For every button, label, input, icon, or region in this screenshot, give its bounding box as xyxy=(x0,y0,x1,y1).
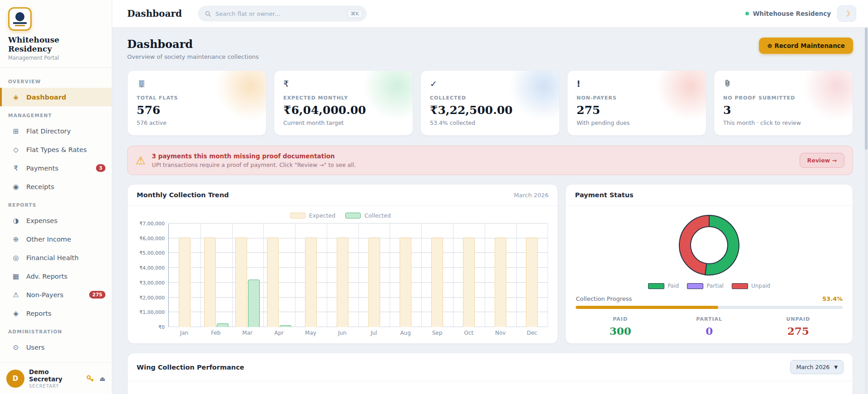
stat-card-total-flats: TOTAL FLATS576576 active xyxy=(127,70,267,136)
x-axis: JanFebMarAprMayJunJulAugSepOctNovDec xyxy=(168,327,548,339)
sidebar-item-label: Reports xyxy=(26,310,52,317)
payment-status-title: Payment Status xyxy=(575,191,633,199)
sidebar-item-financial-health[interactable]: ◎Financial Health xyxy=(0,248,112,267)
sidebar-item-settings[interactable]: ⊚Settings xyxy=(0,356,112,362)
topbar: Dashboard ⌘K Whitehouse Residency ☽ xyxy=(112,0,868,28)
building-icon xyxy=(137,79,257,91)
expected-bar xyxy=(368,237,380,327)
expected-bar xyxy=(495,237,506,327)
sidebar-nav: OVERVIEW◈DashboardMANAGEMENT⊞Flat Direct… xyxy=(0,68,112,362)
user-role: SECRETARY xyxy=(29,384,81,389)
month-select[interactable]: March 2026 ▼ xyxy=(790,360,844,374)
stat-label: NON-PAYERS xyxy=(577,95,697,101)
dark-mode-toggle[interactable]: ☽ xyxy=(837,5,856,22)
breakdown-unpaid: UNPAID275 xyxy=(754,316,843,337)
stat-label: TOTAL FLATS xyxy=(137,95,257,101)
sidebar-item-label: Flat Directory xyxy=(26,128,71,135)
donut-legend-paid: Paid xyxy=(648,283,679,289)
sidebar-item-label: Payments xyxy=(26,165,58,172)
stat-sub: This month · click to review xyxy=(723,119,844,126)
nav-section-reports: REPORTS xyxy=(0,196,112,211)
sidebar-item-expenses[interactable]: ◑Expenses xyxy=(0,211,112,230)
receipt-icon: ◉ xyxy=(12,183,20,191)
user-card: D Demo Secretary SECRETARY ⏏ xyxy=(0,362,112,394)
sidebar-item-label: Other Income xyxy=(26,236,71,243)
sidebar-item-label: Adv. Reports xyxy=(26,273,67,280)
bar-group-oct xyxy=(453,223,485,327)
scrollbar-thumb[interactable] xyxy=(865,28,868,150)
stat-value: 275 xyxy=(577,104,697,117)
donut-segment-paid xyxy=(705,215,739,275)
y-tick-label: ₹2,00,000 xyxy=(139,294,165,300)
collected-bar xyxy=(217,323,229,327)
bar-group-may xyxy=(295,223,327,327)
sidebar-item-non-payers[interactable]: ⚠Non-Payers275 xyxy=(0,285,112,304)
expenses-icon: ◑ xyxy=(12,217,20,225)
scrollbar[interactable] xyxy=(865,28,868,394)
y-tick-label: ₹3,00,000 xyxy=(139,280,165,285)
x-tick-label: Nov xyxy=(485,330,516,336)
target-icon: ◎ xyxy=(12,254,20,262)
stat-sub: 576 active xyxy=(137,119,257,126)
stat-label: EXPECTED MONTHLY xyxy=(283,95,404,101)
sidebar-item-label: Expenses xyxy=(26,217,57,224)
alert-message: UPI transactions require a proof of paym… xyxy=(152,161,356,168)
stat-card-no-proof-submitted[interactable]: NO PROOF SUBMITTED3This month · click to… xyxy=(714,70,853,136)
logout-icon[interactable]: ⏏ xyxy=(100,375,105,382)
collection-progress-value: 53.4% xyxy=(822,295,843,302)
stat-label: NO PROOF SUBMITTED xyxy=(723,95,844,101)
expected-bar xyxy=(305,237,317,327)
x-tick-label: Dec xyxy=(516,330,548,336)
dashboard-icon: ◈ xyxy=(12,93,20,101)
donut-segment-unpaid xyxy=(679,215,709,275)
x-tick-label: Aug xyxy=(390,330,421,336)
stat-value: 3 xyxy=(723,104,844,117)
sidebar-item-reports[interactable]: ◈Reports xyxy=(0,304,112,323)
stat-sub: With pending dues xyxy=(577,119,697,126)
bar-group-feb xyxy=(200,223,232,327)
settings-icon: ⊚ xyxy=(12,362,20,363)
app-root: Whitehouse Residency Management Portal O… xyxy=(0,0,868,394)
x-tick-label: Apr xyxy=(263,330,295,336)
check-icon: ✓ xyxy=(430,79,550,91)
progress-bar xyxy=(576,306,843,309)
sidebar-item-receipts[interactable]: ◉Receipts xyxy=(0,177,112,196)
search-shortcut-badge: ⌘K xyxy=(347,9,362,18)
monthly-trend-card: Monthly Collection Trend March 2026 Expe… xyxy=(127,184,558,344)
x-tick-label: Feb xyxy=(200,330,232,336)
sidebar-item-label: Users xyxy=(26,344,45,351)
search-input[interactable] xyxy=(215,10,343,17)
stats-row: TOTAL FLATS576576 active₹EXPECTED MONTHL… xyxy=(127,70,853,136)
paperclip-icon xyxy=(723,79,844,91)
stat-sub: 53.4% collected xyxy=(430,119,550,126)
sidebar-item-flat-directory[interactable]: ⊞Flat Directory xyxy=(0,122,112,140)
sidebar-item-adv-reports[interactable]: ▦Adv. Reports xyxy=(0,267,112,285)
record-maintenance-button[interactable]: ⊕ Record Maintenance xyxy=(759,38,853,54)
sidebar-item-payments[interactable]: ₹Payments3 xyxy=(0,159,112,177)
missing-proof-alert: ⚠ 3 payments this month missing proof do… xyxy=(127,146,853,175)
expected-bar xyxy=(267,237,279,327)
chart-legend: ExpectedCollected xyxy=(133,212,548,219)
page-subtitle: Overview of society maintenance collecti… xyxy=(127,53,259,60)
breakdown-paid: PAID300 xyxy=(576,316,665,337)
trend-period: March 2026 xyxy=(514,192,549,199)
review-button[interactable]: Review → xyxy=(800,153,844,168)
legend-expected: Expected xyxy=(290,212,335,219)
users-icon: ⊙ xyxy=(12,343,20,351)
bar-group-apr xyxy=(263,223,295,327)
x-tick-label: Sep xyxy=(421,330,453,336)
grid-icon: ⊞ xyxy=(12,127,20,135)
society-status-label: Whitehouse Residency xyxy=(753,10,831,17)
expected-bar xyxy=(204,237,216,327)
x-tick-label: Jul xyxy=(358,330,390,336)
sidebar-item-other-income[interactable]: ⊕Other Income xyxy=(0,230,112,248)
sidebar-item-flat-types-rates[interactable]: ◇Flat Types & Rates xyxy=(0,140,112,159)
topbar-title: Dashboard xyxy=(127,8,182,19)
search-box[interactable]: ⌘K xyxy=(198,6,367,21)
sidebar-item-users[interactable]: ⊙Users xyxy=(0,338,112,356)
bar-group-dec xyxy=(516,223,548,327)
payment-status-donut xyxy=(675,211,743,279)
sidebar-item-dashboard[interactable]: ◈Dashboard xyxy=(0,88,112,106)
diamond-icon: ◇ xyxy=(12,146,20,154)
key-icon[interactable] xyxy=(86,375,94,383)
